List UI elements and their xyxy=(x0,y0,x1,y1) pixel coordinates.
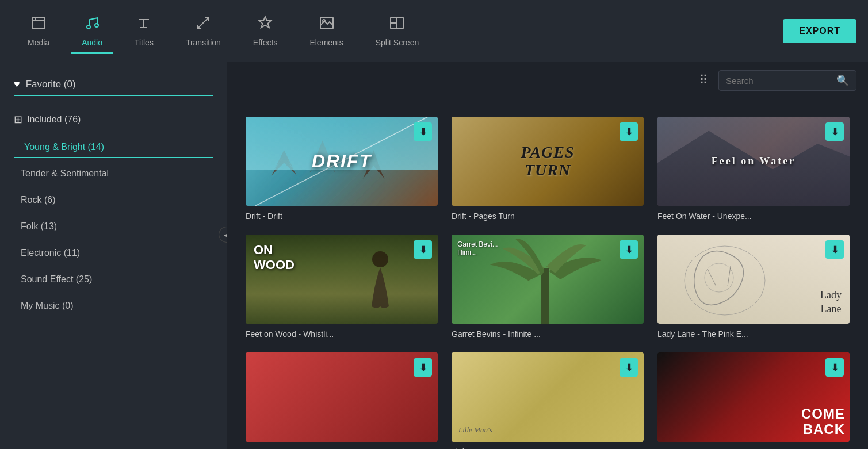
music-thumb-garret: Garret Bevi...Illimi... ⬇ xyxy=(452,235,644,324)
music-title-feet-wood: Feet on Wood - Whistli... xyxy=(246,329,438,339)
nav-elements-label: Elements xyxy=(309,38,343,47)
effects-icon xyxy=(257,15,273,33)
music-thumb-drift-drift: DRIFT ⬇ xyxy=(246,117,438,206)
music-card-bottom1[interactable]: ⬇ xyxy=(239,346,445,449)
music-title-feet-water: Feet On Water - Unexpe... xyxy=(657,212,850,221)
music-card-drift-pages[interactable]: PAGESTURN ⬇ Drift - Pages Turn xyxy=(445,110,651,228)
download-badge-4[interactable]: ⬇ xyxy=(414,240,432,259)
thumb-text-water: Feel on Water xyxy=(657,117,850,206)
svg-point-15 xyxy=(372,251,388,267)
music-thumb-bottom3: COMEBACK ⬇ xyxy=(657,352,850,442)
download-badge-5[interactable]: ⬇ xyxy=(620,240,638,259)
heart-icon: ♥ xyxy=(14,78,20,90)
download-badge-1[interactable]: ⬇ xyxy=(414,122,432,141)
sidebar-item-my-music[interactable]: My Music (0) xyxy=(14,293,213,319)
search-icon[interactable]: 🔍 xyxy=(836,74,849,87)
thumb-text-drift: DRIFT xyxy=(246,117,438,206)
sidebar-favorite-section: ♥ Favorite (0) ⊞ Included (76) Young & B… xyxy=(0,72,227,319)
svg-rect-0 xyxy=(32,17,45,29)
search-bar: ⠿ 🔍 xyxy=(227,62,868,99)
nav-transition[interactable]: Transition xyxy=(170,9,237,53)
main-layout: ♥ Favorite (0) ⊞ Included (76) Young & B… xyxy=(0,62,868,449)
nav-effects[interactable]: Effects xyxy=(237,9,294,53)
search-wrapper: 🔍 xyxy=(718,70,856,91)
splitscreen-icon xyxy=(389,15,405,33)
nav-audio-label: Audio xyxy=(82,38,102,47)
music-thumb-bottom1: ⬇ xyxy=(246,352,438,442)
thumb-text-bottom2: Lille Man's xyxy=(458,425,492,435)
sidebar-item-my-music-label: My Music (0) xyxy=(21,301,74,310)
content-area: ⠿ 🔍 xyxy=(227,62,868,449)
music-thumb-drift-pages: PAGESTURN ⬇ xyxy=(452,117,644,206)
music-thumb-lady: LadyLane ⬇ xyxy=(657,235,850,324)
music-card-bottom2[interactable]: Lille Man's ⬇ Little Man's xyxy=(445,346,651,449)
top-nav: Media Audio Titles xyxy=(0,0,868,62)
svg-point-2 xyxy=(95,24,98,27)
sidebar-item-electronic-label: Electronic (11) xyxy=(21,248,80,258)
nav-media[interactable]: Media xyxy=(12,9,66,53)
sidebar-item-tender-label: Tender & Sentimental xyxy=(21,168,109,178)
sidebar-item-tender[interactable]: Tender & Sentimental xyxy=(14,160,213,187)
thumb-text-lady: LadyLane xyxy=(820,289,842,316)
sidebar-item-young-bright[interactable]: Young & Bright (14) xyxy=(14,136,213,158)
svg-marker-6 xyxy=(259,17,271,28)
music-title-drift-drift: Drift - Drift xyxy=(246,212,438,221)
nav-splitscreen[interactable]: Split Screen xyxy=(360,9,435,53)
sidebar-favorite[interactable]: ♥ Favorite (0) xyxy=(14,72,213,96)
music-card-feet-water[interactable]: Feel on Water ⬇ Feet On Water - Unexpe..… xyxy=(651,110,856,228)
music-card-lady[interactable]: LadyLane ⬇ Lady Lane - The Pink E... xyxy=(651,228,856,346)
svg-point-8 xyxy=(323,20,325,22)
titles-icon xyxy=(136,15,152,33)
elements-icon xyxy=(319,15,335,33)
music-thumb-bottom2: Lille Man's ⬇ xyxy=(452,352,644,442)
sidebar-item-electronic[interactable]: Electronic (11) xyxy=(14,240,213,266)
audio-icon xyxy=(84,15,100,33)
music-thumb-feet-wood: ONWOOD ⬇ xyxy=(246,235,438,324)
export-button[interactable]: EXPORT xyxy=(783,19,856,43)
sidebar-item-folk[interactable]: Folk (13) xyxy=(14,213,213,240)
nav-elements[interactable]: Elements xyxy=(293,9,359,53)
download-badge-8[interactable]: ⬇ xyxy=(620,358,638,377)
music-title-garret: Garret Bevins - Infinite ... xyxy=(452,329,644,339)
svg-line-19 xyxy=(708,269,716,286)
search-input[interactable] xyxy=(726,76,836,86)
nav-titles-label: Titles xyxy=(135,38,154,47)
music-grid: DRIFT ⬇ Drift - Drift PAGESTURN ⬇ Drift … xyxy=(227,99,868,449)
music-title-drift-pages: Drift - Pages Turn xyxy=(452,212,644,221)
nav-media-label: Media xyxy=(28,38,49,47)
thumb-text-pages: PAGESTURN xyxy=(452,117,644,206)
sidebar-included-label: Included (76) xyxy=(27,114,81,125)
music-card-feet-wood[interactable]: ONWOOD ⬇ Feet on Wood - Whistli... xyxy=(239,228,445,346)
thumb-text-bottom3: COMEBACK xyxy=(801,406,845,437)
svg-line-20 xyxy=(728,266,731,286)
sidebar-item-sound-effect-label: Sound Effect (25) xyxy=(21,274,92,284)
download-badge-6[interactable]: ⬇ xyxy=(825,240,844,259)
nav-effects-label: Effects xyxy=(253,38,278,47)
sidebar-item-rock[interactable]: Rock (6) xyxy=(14,187,213,213)
nav-transition-label: Transition xyxy=(186,38,221,47)
grid-icon: ⊞ xyxy=(14,113,22,126)
download-badge-2[interactable]: ⬇ xyxy=(620,122,638,141)
nav-titles[interactable]: Titles xyxy=(118,9,170,53)
sidebar-included[interactable]: ⊞ Included (76) xyxy=(14,106,213,136)
music-thumb-feet-water: Feel on Water ⬇ xyxy=(657,117,850,206)
download-badge-7[interactable]: ⬇ xyxy=(414,358,432,377)
media-icon xyxy=(30,15,47,33)
music-card-drift-drift[interactable]: DRIFT ⬇ Drift - Drift xyxy=(239,110,445,228)
sidebar-item-rock-label: Rock (6) xyxy=(21,195,55,205)
svg-rect-16 xyxy=(541,268,549,324)
sidebar-item-sound-effect[interactable]: Sound Effect (25) xyxy=(14,266,213,293)
sidebar-favorite-label: Favorite (0) xyxy=(26,79,76,90)
download-badge-9[interactable]: ⬇ xyxy=(825,358,844,377)
grid-view-icon[interactable]: ⠿ xyxy=(699,73,708,88)
svg-point-17 xyxy=(685,246,765,315)
music-card-garret[interactable]: Garret Bevi...Illimi... ⬇ Garret Bevins … xyxy=(445,228,651,346)
nav-splitscreen-label: Split Screen xyxy=(376,38,419,47)
svg-point-1 xyxy=(87,25,90,29)
sidebar: ♥ Favorite (0) ⊞ Included (76) Young & B… xyxy=(0,62,227,449)
music-title-lady: Lady Lane - The Pink E... xyxy=(657,329,850,339)
sidebar-item-young-bright-label: Young & Bright (14) xyxy=(24,142,104,152)
nav-audio[interactable]: Audio xyxy=(66,9,118,53)
music-card-bottom3[interactable]: COMEBACK ⬇ xyxy=(651,346,856,449)
transition-icon xyxy=(195,15,211,33)
